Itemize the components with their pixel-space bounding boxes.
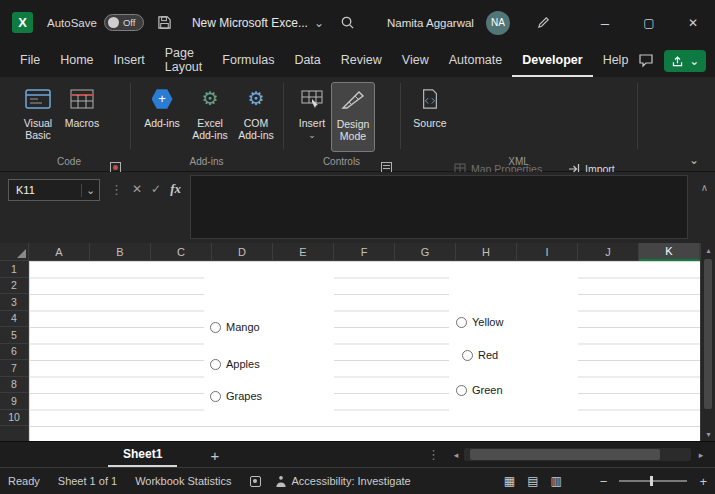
tab-help[interactable]: Help <box>593 45 639 77</box>
visual-basic-button[interactable]: Visual Basic <box>16 82 60 152</box>
radio-option-grapes[interactable]: Grapes <box>210 390 262 402</box>
column-header-j[interactable]: J <box>578 243 639 261</box>
tab-page-layout[interactable]: Page Layout <box>155 45 213 77</box>
insert-function-icon[interactable]: fx <box>170 181 181 197</box>
tab-data[interactable]: Data <box>284 45 330 77</box>
radio-circle-icon[interactable] <box>456 385 467 396</box>
tab-splitter-icon[interactable] <box>427 447 440 462</box>
design-mode-button[interactable]: Design Mode <box>331 82 375 152</box>
tab-strip: FileHomeInsertPage LayoutFormulasDataRev… <box>0 45 638 77</box>
page-layout-view-icon[interactable] <box>527 474 538 488</box>
excel-add-ins-button[interactable]: Excel Add-ins <box>188 82 232 152</box>
zoom-slider-thumb[interactable] <box>650 476 653 486</box>
formula-bar-handle-icon[interactable] <box>110 182 123 197</box>
row-header-1[interactable]: 1 <box>0 261 29 278</box>
vertical-scrollbar[interactable] <box>700 243 715 441</box>
chevron-down-icon[interactable] <box>81 184 99 197</box>
row-header-6[interactable]: 6 <box>0 344 29 361</box>
radio-circle-icon[interactable] <box>210 391 221 402</box>
avatar[interactable]: NA <box>486 11 510 35</box>
user-name[interactable]: Namita Aggarwal <box>387 17 474 29</box>
tab-file[interactable]: File <box>10 45 50 77</box>
tab-developer[interactable]: Developer <box>512 45 592 77</box>
tab-automate[interactable]: Automate <box>439 45 513 77</box>
scroll-up-icon[interactable] <box>701 243 715 257</box>
document-title[interactable]: New Microsoft Exce... <box>192 16 324 30</box>
workbook-statistics[interactable]: Workbook Statistics <box>135 475 231 487</box>
column-header-h[interactable]: H <box>456 243 517 261</box>
row-header-3[interactable]: 3 <box>0 294 29 311</box>
radio-circle-icon[interactable] <box>210 322 221 333</box>
radio-option-green[interactable]: Green <box>456 384 503 396</box>
row-header-9[interactable]: 9 <box>0 393 29 410</box>
source-button[interactable]: Source <box>408 82 452 152</box>
scroll-left-icon[interactable] <box>449 447 463 463</box>
sheet-tab-sheet1[interactable]: Sheet1 <box>108 442 177 467</box>
column-header-e[interactable]: E <box>273 243 334 261</box>
zoom-out-icon[interactable]: − <box>600 474 608 489</box>
normal-view-icon[interactable] <box>504 474 515 488</box>
excel-logo-icon[interactable]: X <box>12 12 33 33</box>
column-header-c[interactable]: C <box>151 243 212 261</box>
collapse-formula-bar-icon[interactable] <box>701 182 708 193</box>
radio-option-mango[interactable]: Mango <box>210 321 260 333</box>
scroll-right-icon[interactable] <box>694 447 708 463</box>
tab-view[interactable]: View <box>392 45 439 77</box>
search-icon[interactable] <box>340 15 355 30</box>
row-header-7[interactable]: 7 <box>0 360 29 377</box>
tab-insert[interactable]: Insert <box>104 45 155 77</box>
enter-icon[interactable] <box>151 182 161 196</box>
formula-input[interactable] <box>190 175 688 239</box>
radio-option-red[interactable]: Red <box>462 349 498 361</box>
sheet-count[interactable]: Sheet 1 of 1 <box>58 475 117 487</box>
column-header-d[interactable]: D <box>212 243 273 261</box>
row-header-8[interactable]: 8 <box>0 377 29 394</box>
row-header-5[interactable]: 5 <box>0 327 29 344</box>
zoom-slider[interactable] <box>619 480 687 482</box>
column-header-b[interactable]: B <box>90 243 151 261</box>
horizontal-scroll-thumb[interactable] <box>470 449 660 460</box>
row-header-4[interactable]: 4 <box>0 311 29 328</box>
radio-option-yellow[interactable]: Yellow <box>456 316 503 328</box>
autosave-toggle[interactable]: Off <box>104 14 144 31</box>
radio-circle-icon[interactable] <box>210 359 221 370</box>
column-header-i[interactable]: I <box>517 243 578 261</box>
tab-formulas[interactable]: Formulas <box>212 45 284 77</box>
tab-review[interactable]: Review <box>331 45 392 77</box>
column-header-g[interactable]: G <box>395 243 456 261</box>
horizontal-scrollbar[interactable] <box>464 448 691 461</box>
row-header-2[interactable]: 2 <box>0 278 29 295</box>
zoom-in-icon[interactable]: + <box>699 474 707 489</box>
cell-grid[interactable] <box>29 261 700 441</box>
column-header-a[interactable]: A <box>29 243 90 261</box>
radio-circle-icon[interactable] <box>456 317 467 328</box>
maximize-button[interactable] <box>627 0 671 45</box>
page-break-view-icon[interactable] <box>550 474 561 488</box>
pen-icon[interactable] <box>536 15 551 30</box>
column-header-f[interactable]: F <box>334 243 395 261</box>
radio-circle-icon[interactable] <box>462 350 473 361</box>
name-box[interactable]: K11 <box>8 179 100 201</box>
radio-option-apples[interactable]: Apples <box>210 358 260 370</box>
save-icon[interactable] <box>157 15 172 30</box>
scroll-down-icon[interactable] <box>701 427 715 441</box>
new-sheet-button[interactable]: + <box>205 445 225 465</box>
row-header-10[interactable]: 10 <box>0 410 29 427</box>
add-ins-button[interactable]: + Add-ins <box>140 82 184 152</box>
macros-button[interactable]: Macros <box>60 82 104 152</box>
close-button[interactable] <box>671 0 715 45</box>
com-add-ins-button[interactable]: COM Add-ins <box>234 82 278 152</box>
select-all-corner[interactable] <box>0 243 29 261</box>
share-button[interactable] <box>664 50 706 72</box>
column-header-k[interactable]: K <box>639 243 700 261</box>
cancel-icon[interactable] <box>132 182 142 196</box>
comments-icon[interactable] <box>638 52 654 71</box>
vertical-scroll-thumb[interactable] <box>704 259 712 409</box>
insert-controls-button[interactable]: Insert ⌄ <box>290 82 334 152</box>
tab-home[interactable]: Home <box>50 45 103 77</box>
accessibility-status[interactable]: Accessibility: Investigate <box>275 475 411 488</box>
minimize-button[interactable] <box>583 0 627 45</box>
collapse-ribbon-icon[interactable] <box>689 153 699 167</box>
row-header-partial[interactable] <box>0 426 29 441</box>
macro-record-icon[interactable] <box>250 476 261 487</box>
